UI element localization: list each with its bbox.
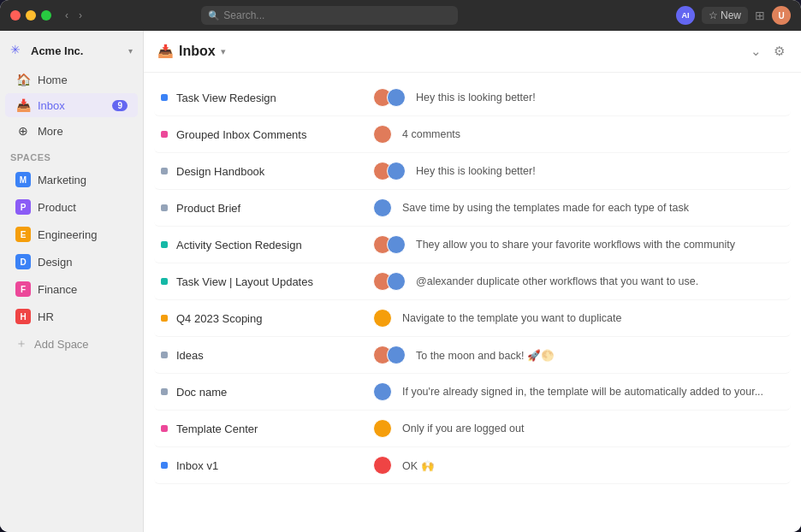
- workspace-name: Acme Inc.: [31, 44, 83, 57]
- sidebar-item-finance[interactable]: F Finance: [5, 276, 138, 302]
- item-indicator: [161, 425, 168, 432]
- inbox-item-1[interactable]: Task View RedesignHey this is looking be…: [154, 80, 791, 116]
- item-indicator: [161, 241, 168, 248]
- search-placeholder: Search...: [223, 9, 264, 21]
- sidebar-item-more[interactable]: ⊕ More: [5, 119, 138, 143]
- item-indicator: [161, 388, 168, 395]
- avatar: [387, 272, 406, 291]
- inbox-item-8[interactable]: IdeasTo the moon and back! 🚀🌕: [154, 337, 791, 374]
- item-name: Task View | Layout Updates: [176, 275, 373, 288]
- avatar: [373, 382, 392, 401]
- item-content: OK 🙌: [373, 456, 784, 475]
- marketing-label: Marketing: [38, 174, 86, 186]
- item-avatars: [373, 382, 387, 401]
- item-content: They allow you to share your favorite wo…: [373, 235, 784, 254]
- sidebar: ✳ Acme Inc. ▾ 🏠 Home 📥 Inbox 9 ⊕ More Sp…: [0, 31, 144, 532]
- item-message: They allow you to share your favorite wo…: [416, 239, 735, 251]
- item-indicator: [161, 168, 168, 174]
- traffic-lights: [10, 10, 51, 21]
- item-message: Navigate to the template you want to dup…: [402, 312, 621, 324]
- hr-dot: H: [15, 309, 31, 324]
- inbox-item-11[interactable]: Inbox v1OK 🙌: [154, 447, 791, 484]
- product-dot: P: [15, 199, 31, 215]
- spaces-header: Spaces: [0, 144, 143, 166]
- inbox-item-3[interactable]: Design HandbookHey this is looking bette…: [154, 153, 791, 190]
- item-content: Hey this is looking better!: [373, 88, 784, 107]
- item-avatars: [373, 162, 400, 180]
- sidebar-item-inbox[interactable]: 📥 Inbox 9: [5, 93, 138, 117]
- inbox-item-6[interactable]: Task View | Layout Updates@alexander dup…: [154, 263, 791, 300]
- item-indicator: [161, 204, 168, 211]
- avatar: [373, 419, 392, 438]
- sidebar-item-hr[interactable]: H HR: [5, 304, 138, 329]
- item-message: Hey this is looking better!: [416, 165, 536, 177]
- item-content: 4 comments: [373, 125, 784, 144]
- item-message: To the moon and back! 🚀🌕: [416, 349, 555, 362]
- avatar: [373, 456, 392, 475]
- item-message: @alexander duplicate other workflows tha…: [416, 275, 698, 287]
- sidebar-item-more-label: More: [38, 125, 63, 138]
- content-header: 📥 Inbox ▾ ⌄ ⚙: [144, 31, 801, 73]
- ai-badge[interactable]: AI: [676, 6, 695, 25]
- sidebar-item-marketing[interactable]: M Marketing: [5, 167, 138, 192]
- sidebar-item-home-label: Home: [38, 74, 68, 86]
- inbox-dropdown-icon[interactable]: ▾: [221, 46, 226, 57]
- item-avatars: [373, 125, 387, 144]
- inbox-item-4[interactable]: Product BriefSave time by using the temp…: [154, 190, 791, 227]
- product-label: Product: [38, 201, 76, 214]
- avatar: [387, 88, 406, 107]
- sidebar-item-home[interactable]: 🏠 Home: [5, 68, 138, 92]
- item-content: To the moon and back! 🚀🌕: [373, 346, 784, 364]
- inbox-list: Task View RedesignHey this is looking be…: [144, 73, 801, 532]
- inbox-item-5[interactable]: Activity Section RedesignThey allow you …: [154, 227, 791, 263]
- content-area: 📥 Inbox ▾ ⌄ ⚙ Task View RedesignHey this…: [144, 31, 801, 532]
- sidebar-item-design[interactable]: D Design: [5, 249, 138, 275]
- item-name: Ideas: [176, 349, 373, 362]
- settings-button[interactable]: ⚙: [771, 41, 787, 62]
- item-content: @alexander duplicate other workflows tha…: [373, 272, 784, 291]
- inbox-item-10[interactable]: Template CenterOnly if you are logged ou…: [154, 411, 791, 447]
- finance-dot: F: [15, 281, 31, 297]
- back-arrow[interactable]: ‹: [62, 8, 72, 23]
- item-avatars: [373, 346, 400, 364]
- item-message: If you're already signed in, the templat…: [402, 386, 763, 398]
- avatar: [387, 162, 406, 180]
- item-avatars: [373, 272, 400, 291]
- engineering-label: Engineering: [38, 228, 97, 241]
- close-button[interactable]: [10, 10, 21, 21]
- add-space-button[interactable]: ＋ Add Space: [5, 331, 138, 357]
- title-bar-right: AI ☆ New ⊞ U: [676, 6, 791, 25]
- item-content: Navigate to the template you want to dup…: [373, 309, 784, 328]
- avatar: [387, 346, 406, 364]
- item-content: Only if you are logged out: [373, 419, 784, 438]
- sidebar-item-product[interactable]: P Product: [5, 194, 138, 220]
- item-name: Product Brief: [176, 202, 373, 215]
- item-message: OK 🙌: [402, 459, 435, 472]
- grid-icon[interactable]: ⊞: [755, 9, 765, 22]
- avatar: [373, 198, 392, 217]
- avatar: [373, 309, 392, 328]
- sidebar-item-inbox-label: Inbox: [38, 99, 65, 112]
- item-message: Hey this is looking better!: [416, 92, 536, 103]
- inbox-item-2[interactable]: Grouped Inbox Comments4 comments: [154, 116, 791, 153]
- maximize-button[interactable]: [41, 10, 51, 21]
- collapse-button[interactable]: ⌄: [748, 41, 764, 62]
- inbox-item-9[interactable]: Doc nameIf you're already signed in, the…: [154, 374, 791, 411]
- search-bar[interactable]: 🔍 Search...: [201, 6, 458, 25]
- sidebar-item-engineering[interactable]: E Engineering: [5, 222, 138, 247]
- item-indicator: [161, 352, 168, 358]
- inbox-item-7[interactable]: Q4 2023 ScopingNavigate to the template …: [154, 300, 791, 337]
- user-avatar[interactable]: U: [772, 6, 791, 25]
- minimize-button[interactable]: [26, 10, 36, 21]
- forward-arrow[interactable]: ›: [75, 8, 86, 23]
- new-button[interactable]: ☆ New: [702, 7, 748, 24]
- design-dot: D: [15, 254, 31, 269]
- item-avatars: [373, 309, 387, 328]
- item-name: Inbox v1: [176, 459, 373, 472]
- item-avatars: [373, 235, 400, 254]
- workspace-header[interactable]: ✳ Acme Inc. ▾: [0, 38, 143, 67]
- item-indicator: [161, 278, 168, 285]
- hr-label: HR: [38, 310, 54, 323]
- item-avatars: [373, 419, 387, 438]
- item-name: Design Handbook: [176, 165, 373, 178]
